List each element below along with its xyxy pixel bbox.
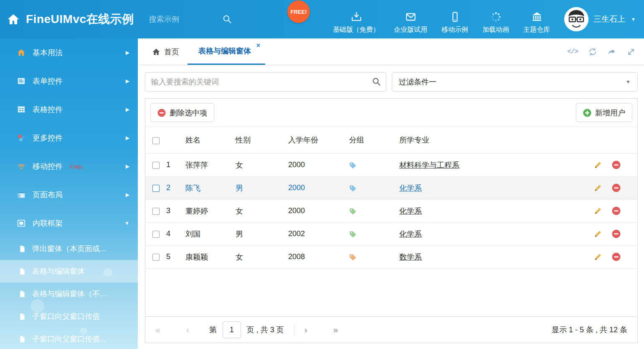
nav-spinner[interactable]: 加载动画 [482,11,509,34]
search-icon[interactable] [222,14,232,24]
chevron-right-icon: ▶ [126,163,129,169]
cell-actions [591,199,637,222]
grid-panel: 删除选中项 新增用户 姓名 [145,98,638,343]
chevron-right-icon: ▶ [126,78,129,84]
sidebar-subitem-label: 表格与编辑窗体（不... [32,289,106,299]
top-search-input[interactable] [149,15,218,24]
nav-label: 企业版试用 [394,25,427,34]
corp-badge: Corp. [70,163,84,170]
row-checkbox[interactable] [152,162,160,169]
refresh-icon[interactable] [588,47,597,56]
nav-download[interactable]: 基础版（免费） [333,11,380,34]
major-link[interactable]: 材料科学与工程系 [399,161,459,169]
search-icon[interactable] [372,77,381,87]
filter-dropdown[interactable]: 过滤条件一 ▼ [392,72,638,92]
row-checkbox[interactable] [152,208,160,215]
sidebar-item[interactable]: 内联框架▼ [0,209,138,237]
top-search [149,14,232,24]
row-checkbox[interactable] [152,231,160,238]
sidebar-item-label: 内联框架 [33,218,63,228]
delete-icon[interactable] [612,183,621,192]
sidebar-item[interactable]: 更多控件▶ [0,124,138,152]
tab-home-label: 首页 [164,47,179,57]
sidebar-item[interactable]: 表单控件▶ [0,67,138,95]
edit-icon[interactable] [593,184,602,192]
first-page-button[interactable]: « [155,325,160,335]
delete-selected-button[interactable]: 删除选中项 [150,103,214,122]
plus-circle-icon [583,109,591,117]
row-checkbox[interactable] [152,254,160,261]
next-page-button[interactable]: › [304,325,307,335]
tab-grid-edit-window[interactable]: 表格与编辑窗体 × [188,38,265,65]
sidebar-item[interactable]: 移动控件Corp.▶ [0,152,138,181]
sidebar-subitem[interactable]: 子窗口向父窗口传值... [0,328,138,349]
page-number-input[interactable] [223,321,241,338]
brand[interactable]: FineUIMvc在线示例 [0,11,134,27]
cell-year: 2000 [288,176,349,199]
sidebar-subitem[interactable]: 表格与编辑窗体 [0,260,138,283]
keyword-search [145,72,386,92]
table-row[interactable]: 2陈飞男2000化学系 [145,176,637,199]
prev-page-button[interactable]: ‹ [186,325,189,335]
delete-icon[interactable] [612,206,621,215]
sidebar-subitem[interactable]: 表格与编辑窗体（不... [0,283,138,305]
maximize-icon[interactable] [626,47,636,56]
cell-gender: 女 [236,199,288,222]
last-page-button[interactable]: » [333,325,338,335]
view-source-icon[interactable]: </> [567,48,578,56]
table-icon [17,105,26,114]
nav-mobile[interactable]: 移动示例 [441,11,468,34]
major-link[interactable]: 化学系 [399,230,422,238]
minus-circle-icon [157,109,166,117]
cell-gender: 女 [236,153,288,176]
file-icon [18,267,26,275]
cell-year: 2000 [288,199,349,222]
edit-icon[interactable] [593,230,602,238]
edit-icon[interactable] [593,161,602,169]
row-checkbox[interactable] [152,185,160,192]
table-row[interactable]: 3董婷婷女2000化学系 [145,199,637,222]
table-row[interactable]: 4刘国男2002化学系 [145,222,637,245]
add-user-button[interactable]: 新增用户 [576,103,632,122]
app-title: FineUIMvc在线示例 [26,11,134,27]
home-icon [17,48,26,57]
select-all-checkbox[interactable] [152,137,160,144]
table-row[interactable]: 1张萍萍女2000材料科学与工程系 [145,153,637,176]
sidebar-subitem[interactable]: 弹出窗体（本页面或... [0,237,138,260]
keyword-search-input[interactable] [145,72,386,92]
nav-bank[interactable]: 主题仓库 [523,11,550,34]
edit-icon[interactable] [593,207,602,215]
tag-icon [349,254,356,261]
tab-close-icon[interactable]: × [256,42,260,49]
nav-envelope[interactable]: 企业版试用 [394,11,427,34]
user-menu[interactable]: 三生石上 ▼ [564,7,644,31]
cell-major: 化学系 [399,199,591,222]
delete-icon[interactable] [612,160,621,169]
file-icon [18,290,26,298]
form-icon [17,76,26,86]
sidebar-item[interactable]: 表格控件▶ [0,95,138,124]
row-number: 5 [166,245,185,268]
topbar: FineUIMvc在线示例 FREE! 基础版（免费）企业版试用移动示例加载动画… [0,0,644,38]
sidebar-item[interactable]: 页面布局▶ [0,181,138,209]
chevron-down-icon: ▼ [124,220,129,226]
user-table-body: 1张萍萍女2000材料科学与工程系2陈飞男2000化学系3董婷婷女2000化学系… [145,153,637,268]
edit-icon[interactable] [593,253,602,261]
open-new-window-icon[interactable] [607,47,616,56]
user-caret-icon: ▼ [631,17,636,22]
sidebar-item[interactable]: 基本用法▶ [0,38,138,67]
layout-icon [17,190,26,199]
delete-icon[interactable] [612,252,621,261]
major-link[interactable]: 化学系 [399,184,422,192]
sidebar-subitem[interactable]: 子窗口向父窗口传值 [0,305,138,328]
delete-icon[interactable] [612,229,621,238]
cell-major: 化学系 [399,176,591,199]
row-number: 4 [166,222,185,245]
tag-icon [349,208,356,215]
major-link[interactable]: 数学系 [399,253,422,261]
major-link[interactable]: 化学系 [399,207,422,215]
avatar [564,7,588,31]
table-row[interactable]: 5康颖颖女2008数学系 [145,245,637,268]
cell-name: 陈飞 [185,176,236,199]
tab-home[interactable]: 首页 [144,38,188,65]
